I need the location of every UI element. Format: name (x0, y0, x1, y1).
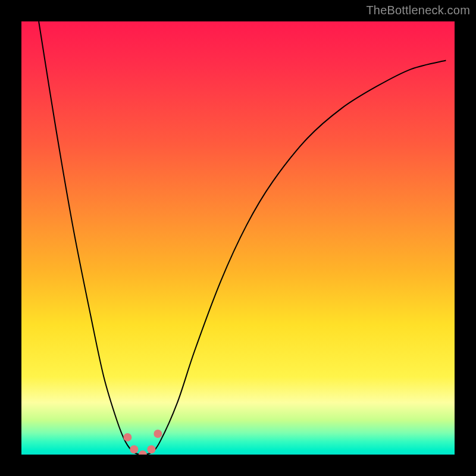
watermark-text: TheBottleneck.com (366, 4, 470, 17)
curve-marker (154, 430, 162, 438)
plot-area (21, 21, 455, 455)
curve-marker (123, 433, 131, 441)
curve-marker (130, 445, 138, 453)
chart-frame: TheBottleneck.com (0, 0, 476, 476)
chart-svg (21, 21, 455, 455)
curve-marker (147, 445, 155, 453)
curve-markers (123, 430, 162, 455)
curve-marker (139, 450, 147, 455)
bottleneck-curve (39, 21, 446, 455)
